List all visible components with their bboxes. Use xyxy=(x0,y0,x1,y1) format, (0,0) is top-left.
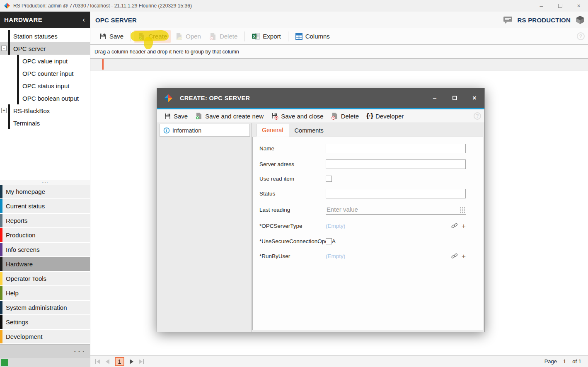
next-page-button[interactable] xyxy=(130,359,133,364)
export-button[interactable]: X Export xyxy=(248,30,285,42)
tree-item-opc-status-input[interactable]: OPC status input xyxy=(0,80,90,92)
svg-text:X: X xyxy=(253,34,256,39)
open-icon xyxy=(175,33,183,40)
server-adress-field-label: Server adress xyxy=(259,161,326,167)
menu-item-help[interactable]: Help xyxy=(0,286,90,301)
columns-button[interactable]: Columns xyxy=(291,30,334,42)
last-page-button[interactable] xyxy=(139,359,144,364)
dialog-save-and-create-new-label: Save and create new xyxy=(205,113,264,120)
dialog-maximize-icon xyxy=(452,96,457,100)
tree-item-terminals[interactable]: Terminals xyxy=(0,117,90,129)
dialog-close-button[interactable]: × xyxy=(465,88,484,108)
menu-item-operator-tools[interactable]: Operator Tools xyxy=(0,272,90,286)
tree-item-opc-counter-input[interactable]: OPC counter input xyxy=(0,67,90,80)
collapse-expander-icon[interactable]: - xyxy=(1,46,7,51)
link-record-icon[interactable] xyxy=(451,223,458,229)
grid-indicator-cell xyxy=(90,59,102,70)
menu-item-current-status[interactable]: Current status xyxy=(0,199,90,214)
brand-logo-icon xyxy=(576,15,585,24)
menu-item-development[interactable]: Development xyxy=(0,330,90,344)
menu-item-system-administration[interactable]: System administration xyxy=(0,301,90,315)
dialog-save-and-close-button[interactable]: Save and close xyxy=(268,111,327,121)
first-page-button[interactable] xyxy=(95,359,100,364)
dialog-save-button[interactable]: Save xyxy=(161,111,191,121)
run-by-user-value[interactable]: (Empty) xyxy=(326,253,345,259)
dialog-titlebar: CREATE: OPC SERVER – × xyxy=(157,88,484,108)
group-by-bar[interactable]: Drag a column header and drop it here to… xyxy=(90,45,588,58)
tree-guide-bar xyxy=(17,80,19,92)
menu-item-settings[interactable]: Settings xyxy=(0,315,90,330)
sidebar-title: HARDWARE xyxy=(4,16,42,23)
value-picker-icon[interactable] xyxy=(460,208,465,212)
last-reading-input[interactable] xyxy=(326,205,466,215)
dialog-developer-button[interactable]: {·} Developer xyxy=(363,110,407,122)
create-button[interactable]: Create xyxy=(134,30,171,43)
dialog-save-and-create-new-button[interactable]: Save and create new xyxy=(192,111,266,121)
splitter-handle[interactable]: ···· xyxy=(0,181,90,185)
tree-guide-bar xyxy=(8,42,10,55)
application-window: RS Production: admin @ 770330 / localhos… xyxy=(0,0,588,367)
menu-item-label: Development xyxy=(0,333,42,340)
status-input[interactable] xyxy=(326,189,466,198)
tab-general[interactable]: General xyxy=(256,124,289,137)
help-icon[interactable]: ? xyxy=(577,32,585,40)
columns-label: Columns xyxy=(305,33,330,40)
dialog-delete-button[interactable]: Delete xyxy=(328,111,362,121)
collapse-sidebar-button[interactable]: ‹ xyxy=(82,16,85,23)
grid-header-row[interactable] xyxy=(90,58,588,70)
app-logo-icon xyxy=(4,2,10,9)
tree-guide-bar xyxy=(8,30,10,42)
menu-item-production[interactable]: Production xyxy=(0,228,90,243)
add-record-icon[interactable]: + xyxy=(462,222,466,229)
chat-icon[interactable] xyxy=(503,16,513,24)
status-indicator xyxy=(1,359,8,366)
dialog-save-and-close-label: Save and close xyxy=(281,113,324,120)
dialog-minimize-button[interactable]: – xyxy=(425,88,445,108)
name-input[interactable] xyxy=(326,144,466,153)
tree-item-opc-value-input[interactable]: OPC value input xyxy=(0,55,90,67)
link-record-icon[interactable] xyxy=(451,253,458,259)
window-titlebar: RS Production: admin @ 770330 / localhos… xyxy=(0,0,588,12)
tree-item-label: OPC server xyxy=(0,45,46,52)
server-adress-input[interactable] xyxy=(326,159,466,169)
tree-item-label: OPC status input xyxy=(0,82,69,89)
close-button[interactable]: × xyxy=(569,0,588,12)
menu-item-reports[interactable]: Reports xyxy=(0,214,90,228)
columns-icon xyxy=(295,33,302,40)
overflow-menu-button[interactable]: • • • xyxy=(74,349,85,354)
minimize-button[interactable]: – xyxy=(532,0,551,12)
toolbar-separator xyxy=(288,31,288,41)
tree-item-station-statuses[interactable]: Station statuses xyxy=(0,30,90,42)
use-secure-connection-checkbox[interactable] xyxy=(326,238,332,244)
dialog-help-icon[interactable]: ? xyxy=(474,112,481,120)
use-read-item-field-label: Use read item xyxy=(259,176,326,182)
delete-button: Delete xyxy=(205,30,242,43)
menu-color-bar xyxy=(0,301,2,314)
current-page-box[interactable]: 1 xyxy=(115,357,124,366)
information-label: Information xyxy=(172,127,201,134)
information-header[interactable]: Information xyxy=(160,124,250,137)
main-toolbar: Save Create Open xyxy=(90,28,588,45)
tree-item-opc-server[interactable]: - OPC server xyxy=(0,42,90,55)
menu-item-info-screens[interactable]: Info screens xyxy=(0,243,90,257)
menu-item-label: Hardware xyxy=(0,261,33,268)
menu-item-my-homepage[interactable]: My homepage xyxy=(0,185,90,199)
use-read-item-checkbox[interactable] xyxy=(326,176,332,182)
menu-color-bar xyxy=(0,243,2,256)
menu-color-bar xyxy=(0,286,2,300)
maximize-button[interactable] xyxy=(551,0,569,12)
dialog-toolbar: Save Save and create new xyxy=(157,109,484,123)
expand-expander-icon[interactable]: + xyxy=(1,108,7,113)
save-button[interactable]: Save xyxy=(95,30,128,42)
tree-item-rs-blackbox[interactable]: + RS-BlackBox xyxy=(0,104,90,117)
tree-item-label: Terminals xyxy=(0,120,40,127)
tree-guide-bar xyxy=(17,55,19,67)
tree-item-opc-boolean-output[interactable]: OPC boolean output xyxy=(0,92,90,104)
menu-item-hardware[interactable]: Hardware xyxy=(0,257,90,272)
opc-server-type-value[interactable]: (Empty) xyxy=(326,223,345,229)
dialog-maximize-button[interactable] xyxy=(445,88,465,108)
add-record-icon[interactable]: + xyxy=(462,253,466,260)
tab-comments[interactable]: Comments xyxy=(289,125,329,137)
previous-page-button[interactable] xyxy=(106,359,109,364)
tree-guide-bar xyxy=(17,92,19,104)
